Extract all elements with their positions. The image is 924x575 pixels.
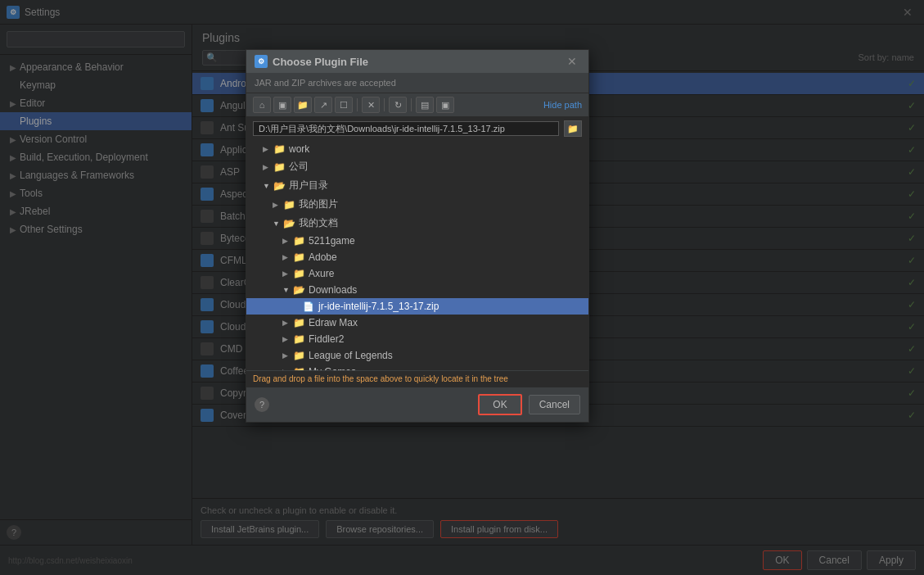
toolbar-separator — [357, 98, 358, 111]
toolbar-grid-button[interactable]: ▣ — [273, 97, 291, 113]
folder-icon: 📁 — [292, 350, 305, 361]
folder-icon: 📁 — [292, 333, 305, 345]
modal-title-icon: ⚙ — [255, 55, 268, 68]
modal-overlay: ⚙ Choose Plugin File ✕ JAR and ZIP archi… — [0, 0, 924, 575]
tree-item-edraw[interactable]: ▶ 📁 Edraw Max — [246, 315, 588, 331]
path-bar: 📁 — [246, 117, 588, 141]
tree-item-gongsi[interactable]: ▶ 📁 公司 — [246, 157, 588, 176]
toolbar-separator-3 — [411, 98, 412, 111]
toolbar-square-button[interactable]: ☐ — [335, 97, 353, 113]
toolbar-folder-button[interactable]: 📁 — [294, 97, 312, 113]
toolbar-refresh-button[interactable]: ↻ — [389, 97, 407, 113]
tree-item-fiddler2[interactable]: ▶ 📁 Fiddler2 — [246, 331, 588, 347]
modal-cancel-button[interactable]: Cancel — [529, 395, 580, 414]
folder-icon: 📁 — [292, 268, 305, 279]
folder-icon: 📂 — [273, 180, 286, 192]
tree-arrow-icon: ▼ — [282, 286, 292, 294]
folder-icon: 📂 — [292, 284, 305, 296]
modal-footer: ? OK Cancel — [246, 387, 588, 422]
folder-icon: 📁 — [292, 235, 305, 247]
modal-title-bar: ⚙ Choose Plugin File ✕ — [246, 50, 588, 73]
path-folder-button[interactable]: 📁 — [564, 120, 582, 137]
file-tree: ▶ 📁 work ▶ 📁 公司 ▼ 📂 用户目录 ▶ — [246, 141, 588, 370]
tree-arrow-icon: ▶ — [282, 335, 292, 343]
file-icon: 📄 — [302, 301, 315, 312]
tree-item-downloads[interactable]: ▼ 📂 Downloads — [246, 282, 588, 298]
toolbar-home-button[interactable]: ⌂ — [253, 97, 271, 113]
folder-icon: 📁 — [273, 143, 286, 155]
modal-ok-button[interactable]: OK — [478, 394, 521, 415]
tree-arrow-icon: ▶ — [282, 269, 292, 278]
tree-arrow-icon: ▶ — [263, 163, 273, 171]
toolbar-list-button[interactable]: ▤ — [416, 97, 434, 113]
modal-close-button[interactable]: ✕ — [564, 55, 580, 68]
tree-arrow-icon: ▼ — [263, 182, 273, 190]
toolbar-arrow-button[interactable]: ↗ — [314, 97, 332, 113]
tree-item-tupian[interactable]: ▶ 📁 我的图片 — [246, 195, 588, 214]
modal-title-content: ⚙ Choose Plugin File — [255, 55, 368, 68]
path-input[interactable] — [253, 121, 559, 136]
tree-arrow-icon: ▼ — [273, 220, 282, 228]
modal-toolbar: ⌂ ▣ 📁 ↗ ☐ ✕ ↻ ▤ ▣ Hide path — [246, 93, 588, 117]
tree-arrow-icon: ▶ — [263, 145, 273, 153]
toolbar-details-button[interactable]: ▣ — [436, 97, 454, 113]
tree-arrow-icon: ▶ — [282, 319, 292, 327]
tree-item-my-games[interactable]: ▶ 📁 My Games — [246, 364, 588, 370]
choose-plugin-file-dialog: ⚙ Choose Plugin File ✕ JAR and ZIP archi… — [246, 49, 589, 423]
modal-title-text: Choose Plugin File — [273, 56, 368, 68]
tree-item-work[interactable]: ▶ 📁 work — [246, 141, 588, 157]
tree-item-wenjian[interactable]: ▼ 📂 我的文档 — [246, 214, 588, 233]
modal-subtitle: JAR and ZIP archives are accepted — [246, 73, 588, 93]
tree-item-axure[interactable]: ▶ 📁 Axure — [246, 265, 588, 282]
folder-icon: 📁 — [273, 161, 286, 173]
tree-item-5211game[interactable]: ▶ 📁 5211game — [246, 233, 588, 249]
folder-icon: 📁 — [292, 251, 305, 263]
tree-item-zip-file[interactable]: ▶ 📄 jr-ide-intellij-7.1.5_13-17.zip — [246, 298, 588, 315]
tree-arrow-icon: ▶ — [273, 201, 282, 209]
settings-window: ⚙ Settings ✕ ▶ Appearance & Behavior Key… — [0, 0, 924, 575]
hide-path-link[interactable]: Hide path — [543, 100, 582, 110]
modal-help-button[interactable]: ? — [255, 397, 269, 412]
tree-arrow-icon: ▶ — [282, 351, 292, 360]
drag-drop-hint: Drag and drop a file into the space abov… — [246, 370, 588, 387]
tree-item-adobe[interactable]: ▶ 📁 Adobe — [246, 249, 588, 265]
folder-icon: 📁 — [292, 317, 305, 328]
toolbar-separator-2 — [384, 98, 385, 111]
tree-arrow-icon: ▶ — [282, 237, 292, 245]
folder-icon: 📂 — [282, 218, 295, 229]
tree-arrow-icon: ▶ — [282, 253, 292, 261]
tree-item-yonghu[interactable]: ▼ 📂 用户目录 — [246, 176, 588, 195]
folder-icon: 📁 — [282, 199, 295, 211]
tree-item-league[interactable]: ▶ 📁 League of Legends — [246, 347, 588, 364]
toolbar-delete-button[interactable]: ✕ — [362, 97, 380, 113]
